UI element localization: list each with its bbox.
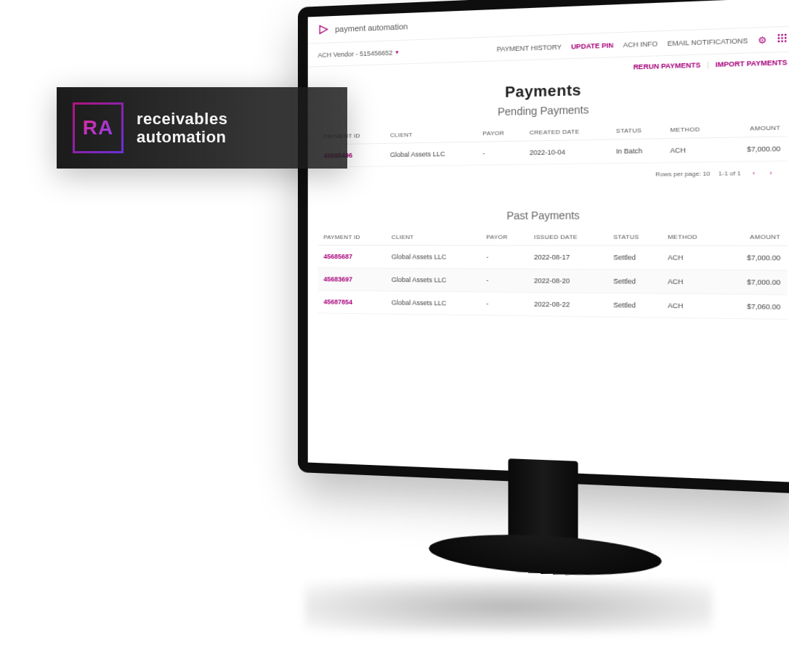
product-banner: RA receivables automation	[57, 87, 347, 169]
svg-point-6	[778, 41, 780, 43]
cell-payment-id[interactable]: 45685687	[317, 246, 385, 269]
col-payor[interactable]: PAYOR	[480, 229, 528, 245]
cell-payment-id[interactable]: 45683697	[317, 268, 385, 291]
cell-amount: $7,060.00	[721, 294, 788, 320]
banner-line1: receivables	[137, 110, 227, 128]
cell-payor: -	[480, 246, 528, 269]
nav-email-notifications[interactable]: EMAIL NOTIFICATIONS	[668, 36, 748, 46]
table-row[interactable]: 45685687 Global Assets LLC - 2022-08-17 …	[317, 246, 787, 270]
banner-line2: automation	[137, 128, 227, 146]
cell-client: Global Assets LLC	[386, 268, 480, 292]
past-table: PAYMENT ID CLIENT PAYOR ISSUED DATE STAT…	[317, 229, 787, 320]
col-created-date[interactable]: CREATED DATE	[523, 123, 610, 141]
cell-amount: $7,000.00	[721, 270, 788, 294]
vendor-label: ACH Vendor - 515456652	[317, 49, 392, 59]
monitor-neck	[508, 458, 578, 545]
pager-rows-label[interactable]: Rows per page: 10	[655, 170, 710, 177]
gear-icon[interactable]: ⚙	[758, 34, 767, 46]
cell-client: Global Assets LLC	[384, 142, 477, 166]
cell-method: ACH	[661, 246, 721, 270]
table-row[interactable]: 45687854 Global Assets LLC - 2022-08-22 …	[317, 291, 787, 320]
pager-prev-icon[interactable]: ‹	[749, 170, 758, 177]
cell-payor: -	[480, 292, 528, 316]
past-subtitle: Past Payments	[317, 203, 787, 230]
cell-date: 2022-08-22	[527, 292, 607, 317]
ra-badge-icon: RA	[73, 102, 124, 153]
nav-update-pin[interactable]: UPDATE PIN	[571, 41, 613, 51]
banner-text: receivables automation	[137, 110, 227, 147]
pager-next-icon[interactable]: ›	[766, 169, 775, 177]
app-title: payment automation	[335, 22, 408, 33]
col-method[interactable]: METHOD	[661, 229, 721, 246]
monitor-screen: payment automation ACH Vendor - 51545665…	[308, 0, 789, 482]
cell-payor: -	[480, 269, 528, 293]
monitor-shadow	[305, 581, 712, 632]
col-amount[interactable]: AMOUNT	[721, 229, 788, 246]
svg-point-8	[785, 40, 787, 42]
cell-status: Settled	[607, 293, 661, 317]
cell-date: 2022-10-04	[523, 139, 610, 164]
monitor-base	[429, 530, 661, 580]
cell-status: Settled	[607, 246, 661, 270]
col-method[interactable]: METHOD	[664, 121, 723, 139]
cell-client: Global Assets LLC	[386, 246, 480, 269]
chevron-down-icon: ▾	[395, 49, 398, 55]
col-status[interactable]: STATUS	[610, 122, 663, 139]
app-logo-icon	[317, 23, 329, 36]
nav-links: PAYMENT HISTORY UPDATE PIN ACH INFO EMAI…	[497, 33, 788, 54]
cell-payment-id[interactable]: 45687854	[317, 291, 385, 314]
past-section: Past Payments PAYMENT ID CLIENT PAYOR IS…	[308, 203, 789, 320]
cell-amount: $7,000.00	[721, 246, 788, 270]
nav-ach-info[interactable]: ACH INFO	[623, 39, 658, 48]
cell-status: Settled	[607, 270, 661, 294]
col-payment-id[interactable]: PAYMENT ID	[317, 230, 385, 246]
svg-point-2	[785, 34, 787, 36]
col-issued-date[interactable]: ISSUED DATE	[527, 229, 607, 246]
col-payor[interactable]: PAYOR	[477, 125, 523, 142]
apps-grid-icon[interactable]	[777, 33, 788, 46]
svg-point-3	[778, 37, 780, 39]
rerun-payments-link[interactable]: RERUN PAYMENTS	[634, 61, 701, 70]
pending-section: Pending Payments PAYMENT ID CLIENT PAYOR…	[308, 94, 789, 189]
cell-client: Global Assets LLC	[386, 291, 480, 315]
app-root: payment automation ACH Vendor - 51545665…	[308, 0, 789, 320]
cell-date: 2022-08-17	[527, 246, 607, 270]
pager-range: 1-1 of 1	[719, 170, 741, 177]
cell-status: In Batch	[610, 139, 663, 163]
nav-payment-history[interactable]: PAYMENT HISTORY	[497, 43, 562, 52]
import-payments-link[interactable]: IMPORT PAYMENTS	[716, 59, 788, 69]
svg-point-5	[785, 37, 787, 39]
col-amount[interactable]: AMOUNT	[723, 119, 788, 137]
monitor-bezel: payment automation ACH Vendor - 51545665…	[298, 0, 789, 494]
svg-point-0	[778, 34, 780, 36]
cell-method: ACH	[661, 294, 721, 318]
col-client[interactable]: CLIENT	[384, 126, 477, 143]
svg-point-1	[781, 34, 783, 36]
col-client[interactable]: CLIENT	[386, 230, 480, 246]
cell-amount: $7,000.00	[723, 137, 788, 162]
svg-point-4	[781, 37, 783, 39]
col-status[interactable]: STATUS	[607, 229, 661, 246]
past-header-row: PAYMENT ID CLIENT PAYOR ISSUED DATE STAT…	[317, 229, 787, 246]
cell-method: ACH	[664, 137, 723, 162]
action-separator: |	[707, 61, 709, 69]
ra-badge-text: RA	[83, 116, 113, 139]
cell-payor: -	[477, 141, 523, 165]
vendor-selector[interactable]: ACH Vendor - 515456652 ▾	[317, 49, 398, 59]
svg-point-7	[781, 40, 783, 42]
cell-date: 2022-08-20	[527, 269, 607, 293]
cell-method: ACH	[661, 270, 721, 294]
monitor-mockup: payment automation ACH Vendor - 51545665…	[298, 0, 789, 494]
